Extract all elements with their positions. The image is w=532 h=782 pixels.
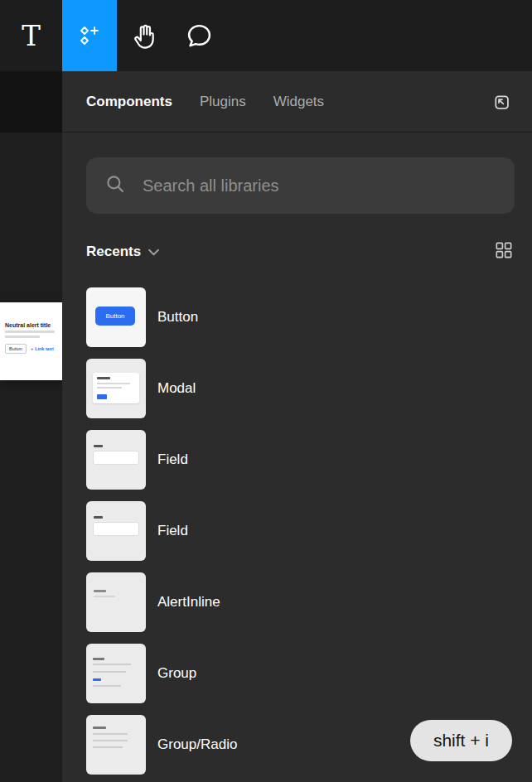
recents-row: Recents <box>86 239 515 265</box>
chevron-down-icon <box>148 249 159 256</box>
plus-icon <box>31 346 33 351</box>
top-toolbar: T <box>0 0 532 71</box>
text-tool-button[interactable]: T <box>0 0 62 71</box>
search-input[interactable] <box>141 176 496 196</box>
component-label: Group/Radio <box>157 736 237 753</box>
library-search[interactable] <box>86 157 515 214</box>
component-insert-icon <box>76 22 103 49</box>
search-icon <box>104 173 126 198</box>
component-label: Field <box>157 523 188 539</box>
comment-bubble-icon <box>186 22 213 50</box>
alert-card-button: Button <box>5 344 27 354</box>
grid-icon <box>493 239 515 261</box>
list-item-button[interactable]: Button Button <box>86 287 532 347</box>
components-panel: Components Plugins Widgets Recents <box>62 71 532 782</box>
arrow-up-left-box-icon <box>490 90 512 113</box>
shortcut-hint-pill: shift + i <box>410 720 512 761</box>
recents-title: Recents <box>86 244 141 260</box>
panel-header: Components Plugins Widgets <box>62 71 532 133</box>
hand-icon <box>131 22 158 50</box>
tab-widgets[interactable]: Widgets <box>273 94 324 110</box>
text-tool-icon: T <box>22 22 41 50</box>
tab-plugins[interactable]: Plugins <box>200 94 246 110</box>
thumb-field-preview <box>86 430 146 490</box>
canvas-dark-band <box>0 71 62 133</box>
thumb-group-preview <box>86 644 146 703</box>
thumb-alertinline-preview <box>86 572 146 632</box>
alert-card-body-line <box>5 331 55 333</box>
alert-card-link: Link text <box>31 346 54 351</box>
component-label: Modal <box>157 380 196 397</box>
recents-section-toggle[interactable]: Recents <box>86 244 159 260</box>
list-item-alertinline[interactable]: AlertInline <box>86 572 532 632</box>
component-label: Button <box>157 309 198 326</box>
components-tool-button[interactable] <box>62 0 117 71</box>
list-item-modal[interactable]: Modal <box>86 359 532 418</box>
alert-card-body-line <box>5 335 40 338</box>
comment-tool-button[interactable] <box>172 0 226 71</box>
alert-card-title: Neutral alert title <box>5 322 58 328</box>
canvas-area: Neutral alert title Button Link text <box>0 71 62 782</box>
pop-out-panel-button[interactable] <box>486 88 515 116</box>
thumb-button-preview: Button <box>86 287 146 347</box>
list-item-group[interactable]: Group <box>86 644 532 703</box>
component-label: Group <box>157 665 196 682</box>
grid-view-button[interactable] <box>493 239 515 264</box>
list-item-field-2[interactable]: Field <box>86 501 532 561</box>
component-label: Field <box>157 451 188 468</box>
component-label: AlertInline <box>157 594 220 611</box>
tab-components[interactable]: Components <box>86 94 172 110</box>
thumb-button-graphic: Button <box>95 307 135 326</box>
thumb-field-preview <box>86 501 146 561</box>
canvas-alert-card[interactable]: Neutral alert title Button Link text <box>0 302 62 380</box>
thumb-modal-preview <box>86 359 146 418</box>
hand-tool-button[interactable] <box>117 0 172 71</box>
thumb-group-radio-preview <box>86 715 146 775</box>
components-list: Button Button Modal Field Field <box>86 287 532 782</box>
list-item-field[interactable]: Field <box>86 430 532 490</box>
panel-tabs: Components Plugins Widgets <box>86 94 324 110</box>
